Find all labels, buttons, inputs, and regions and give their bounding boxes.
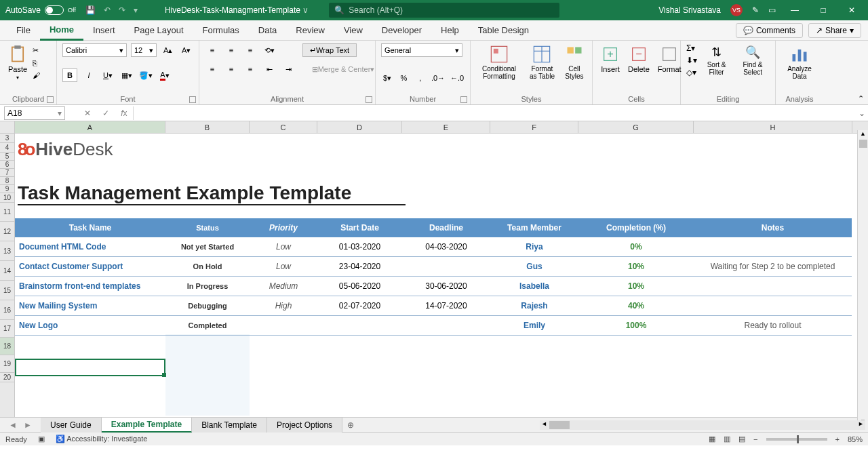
- percent-icon[interactable]: %: [397, 71, 410, 85]
- find-select-button[interactable]: 🔍Find & Select: [736, 43, 770, 77]
- sheet-nav-prev-icon[interactable]: ◄: [9, 420, 17, 430]
- cell-completion[interactable]: 10%: [578, 262, 694, 271]
- tab-page-layout[interactable]: Page Layout: [125, 20, 193, 41]
- macro-icon[interactable]: ▣: [38, 435, 45, 443]
- cell-start[interactable]: 01-03-2020: [317, 242, 402, 252]
- sheet-nav-next-icon[interactable]: ►: [24, 420, 32, 430]
- cells-area[interactable]: 8oHiveDesk Task Management Example Templ…: [15, 134, 868, 417]
- cell-team[interactable]: Gus: [490, 262, 578, 271]
- col-header-d[interactable]: D: [317, 121, 402, 133]
- cell-completion[interactable]: 100%: [578, 321, 694, 330]
- cell-status[interactable]: In Progress: [165, 282, 250, 290]
- row-header-11[interactable]: 11: [0, 203, 14, 222]
- redo-icon[interactable]: ↷: [119, 5, 125, 15]
- close-button[interactable]: ✕: [842, 5, 861, 15]
- merge-center-button[interactable]: ⊞ Merge & Center ▾: [302, 62, 384, 76]
- font-size-dropdown[interactable]: 12▾: [131, 43, 157, 57]
- cell-completion[interactable]: 0%: [578, 242, 694, 252]
- enter-fx-icon[interactable]: ✓: [102, 108, 109, 118]
- accessibility-status[interactable]: ♿ Accessibility: Investigate: [56, 435, 148, 443]
- row-header-12[interactable]: 12: [0, 222, 14, 241]
- align-left-icon[interactable]: ≡: [205, 62, 220, 76]
- cell-status[interactable]: Completed: [165, 321, 250, 329]
- format-button[interactable]: Format: [655, 43, 684, 75]
- cell-deadline[interactable]: 04-03-2020: [402, 242, 490, 252]
- cell-start[interactable]: 05-06-2020: [317, 281, 402, 291]
- collapse-ribbon-icon[interactable]: ⌃: [858, 94, 864, 103]
- table-row[interactable]: New LogoCompletedEmily100%Ready to rollo…: [15, 316, 852, 336]
- select-all-corner[interactable]: [0, 121, 15, 133]
- vertical-scrollbar[interactable]: ▲ ▼: [857, 130, 868, 425]
- sort-filter-button[interactable]: ⇅Sort & Filter: [701, 43, 732, 77]
- decrease-indent-icon[interactable]: ⇤: [262, 62, 277, 76]
- avatar[interactable]: VS: [730, 4, 743, 16]
- format-as-table-button[interactable]: Format as Table: [525, 43, 559, 81]
- zoom-level[interactable]: 85%: [848, 435, 863, 443]
- sheet-tab-example-template[interactable]: Example Template: [102, 418, 192, 433]
- expand-formula-icon[interactable]: ⌄: [856, 108, 868, 118]
- active-cell-a18[interactable]: [15, 359, 165, 376]
- cut-icon[interactable]: ✂: [33, 46, 40, 55]
- zoom-out-button[interactable]: −: [753, 435, 757, 443]
- save-icon[interactable]: 💾: [85, 5, 96, 15]
- decrease-decimal-icon[interactable]: ←.0: [450, 71, 465, 85]
- dialog-launcher-icon[interactable]: [189, 96, 196, 103]
- cell-task[interactable]: Contact Customer Support: [15, 262, 165, 271]
- ribbon-mode-icon[interactable]: ▭: [768, 5, 776, 15]
- view-normal-icon[interactable]: ▦: [709, 435, 715, 443]
- bold-button[interactable]: B: [62, 68, 77, 82]
- font-name-dropdown[interactable]: Calibri▾: [62, 43, 127, 57]
- col-header-h[interactable]: H: [694, 121, 852, 133]
- row-header-6[interactable]: 6: [0, 161, 14, 169]
- table-row[interactable]: Document HTML CodeNot yet StartedLow01-0…: [15, 237, 852, 257]
- cell-task[interactable]: Brainstorm front-end templates: [15, 281, 165, 291]
- font-color-icon[interactable]: A▾: [157, 68, 172, 82]
- scroll-up-icon[interactable]: ▲: [860, 130, 866, 137]
- align-center-icon[interactable]: ≡: [224, 62, 239, 76]
- cell-priority[interactable]: High: [250, 301, 317, 310]
- search-input[interactable]: 🔍 Search (Alt+Q): [329, 3, 559, 18]
- analyze-data-button[interactable]: Analyze Data: [781, 43, 818, 81]
- row-header-4[interactable]: 4: [0, 143, 14, 153]
- col-header-a[interactable]: A: [15, 121, 165, 133]
- fill-icon[interactable]: ⬇▾: [686, 56, 697, 65]
- row-header-13[interactable]: 13: [0, 241, 14, 261]
- col-team-member[interactable]: Team Member: [490, 223, 578, 233]
- share-button[interactable]: ↗ Share ▾: [808, 23, 861, 38]
- cancel-fx-icon[interactable]: ✕: [84, 108, 91, 118]
- tab-view[interactable]: View: [334, 20, 372, 41]
- zoom-in-button[interactable]: +: [835, 435, 840, 443]
- wrap-text-button[interactable]: ↵ Wrap Text: [302, 43, 357, 57]
- row-header-5[interactable]: 5: [0, 153, 14, 161]
- row-header-15[interactable]: 15: [0, 281, 14, 300]
- cell-task[interactable]: Document HTML Code: [15, 242, 165, 252]
- user-name[interactable]: Vishal Srivastava: [658, 5, 721, 15]
- row-header-3[interactable]: 3: [0, 134, 14, 143]
- row-header-9[interactable]: 9: [0, 185, 14, 193]
- cell-status[interactable]: Debugging: [165, 302, 250, 310]
- row-header-18[interactable]: 18: [0, 338, 14, 355]
- view-pagebreak-icon[interactable]: ▤: [738, 435, 745, 443]
- row-header-17[interactable]: 17: [0, 320, 14, 338]
- row-header-16[interactable]: 16: [0, 300, 14, 320]
- fill-color-icon[interactable]: 🪣▾: [138, 68, 153, 82]
- col-header-f[interactable]: F: [490, 121, 578, 133]
- toggle-off-icon[interactable]: [45, 5, 64, 15]
- tab-review[interactable]: Review: [286, 20, 334, 41]
- col-header-e[interactable]: E: [402, 121, 490, 133]
- maximize-button[interactable]: □: [814, 5, 833, 15]
- qat-dropdown-icon[interactable]: ▾: [134, 5, 138, 15]
- formula-input[interactable]: [133, 106, 856, 120]
- col-deadline[interactable]: Deadline: [402, 223, 490, 233]
- tab-developer[interactable]: Developer: [372, 20, 431, 41]
- decrease-font-icon[interactable]: A▾: [179, 43, 193, 57]
- cell-priority[interactable]: Low: [250, 262, 317, 271]
- col-completion[interactable]: Completion (%): [578, 223, 694, 233]
- col-header-b[interactable]: B: [165, 121, 250, 133]
- conditional-formatting-button[interactable]: Conditional Formatting: [476, 43, 522, 81]
- cell-team[interactable]: Rajesh: [490, 301, 578, 310]
- row-header-8[interactable]: 8: [0, 177, 14, 185]
- increase-indent-icon[interactable]: ⇥: [281, 62, 296, 76]
- add-sheet-button[interactable]: ⊕: [342, 420, 359, 430]
- cell-priority[interactable]: Medium: [250, 281, 317, 291]
